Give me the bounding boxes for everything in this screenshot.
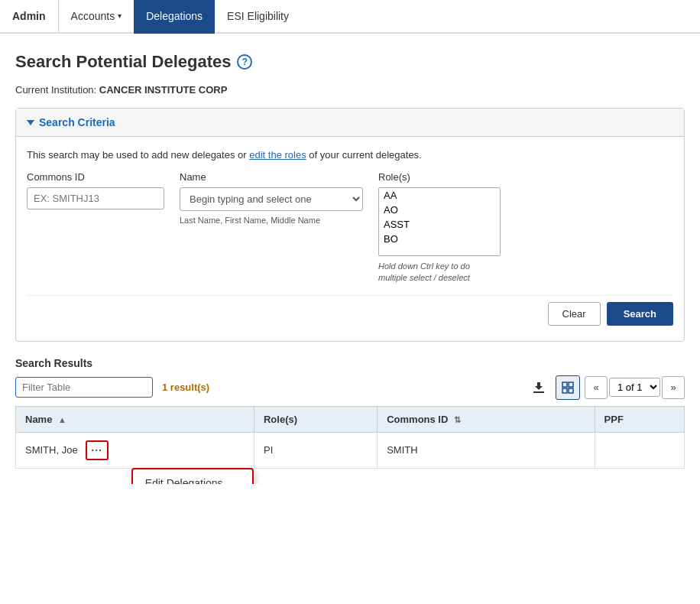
role-asst[interactable]: ASST — [379, 217, 500, 232]
roles-wrapper: AA AO ASST BO — [378, 187, 501, 256]
info-text-after: of your current delegates. — [309, 149, 421, 161]
search-criteria-panel: Search Criteria This search may be used … — [15, 108, 685, 342]
panel-header[interactable]: Search Criteria — [16, 109, 684, 137]
context-popup: Edit Delegations — [131, 468, 254, 484]
row-roles-text: PI — [264, 444, 273, 456]
nav-esi-eligibility-label: ESI Eligibility — [227, 10, 289, 22]
col-commons-id[interactable]: Commons ID ⇅ — [378, 406, 595, 432]
current-institution-label: Current Institution: — [15, 84, 96, 96]
edit-delegations-item[interactable]: Edit Delegations — [133, 469, 252, 484]
download-button[interactable] — [527, 375, 551, 400]
grid-view-button[interactable] — [556, 375, 580, 400]
nav-esi-eligibility[interactable]: ESI Eligibility — [215, 0, 301, 34]
roles-hint: Hold down Ctrl key to do multiple select… — [378, 261, 501, 284]
results-toolbar-right: « 1 of 1 » — [527, 375, 685, 400]
admin-text: Admin — [12, 10, 46, 22]
commons-id-label: Commons ID — [27, 171, 164, 183]
col-name[interactable]: Name ▲ — [16, 406, 254, 432]
chevron-down-icon: ▾ — [118, 11, 122, 20]
roles-label: Role(s) — [378, 171, 501, 183]
nav-accounts-label: Accounts — [71, 10, 115, 22]
search-fields: Commons ID Name Begin typing and select … — [27, 171, 673, 284]
nav-accounts[interactable]: Accounts ▾ — [59, 0, 134, 34]
results-header: Search Results — [15, 357, 685, 369]
svg-rect-3 — [562, 388, 567, 393]
svg-rect-4 — [569, 388, 573, 393]
collapse-icon — [27, 120, 34, 125]
header-row: Name ▲ Role(s) Commons ID ⇅ PPF — [16, 406, 685, 432]
commons-id-input[interactable] — [27, 187, 164, 209]
current-institution: Current Institution: CANCER INSTITUTE CO… — [15, 84, 685, 96]
name-label: Name — [180, 171, 363, 183]
edit-roles-link-text: edit the roles — [249, 149, 306, 161]
svg-rect-0 — [533, 391, 544, 393]
info-text-before: This search may be used to add new deleg… — [27, 149, 247, 161]
cell-commons-id: SMITH — [378, 432, 595, 468]
col-ppf: PPF — [595, 406, 684, 432]
row-commons-id-text: SMITH — [387, 444, 417, 456]
cell-ppf — [595, 432, 684, 468]
name-cell: SMITH, Joe ··· Edit Delegations — [25, 440, 245, 460]
commons-id-group: Commons ID — [27, 171, 164, 209]
next-last-button[interactable]: » — [662, 376, 685, 399]
panel-title: Search Criteria — [39, 116, 115, 128]
navbar: Admin Accounts ▾ Delegations ESI Eligibi… — [0, 0, 700, 34]
help-icon[interactable]: ? — [237, 54, 252, 70]
cell-roles: PI — [254, 432, 377, 468]
role-ao[interactable]: AO — [379, 203, 500, 217]
search-results-section: Search Results 1 result(s) — [15, 357, 685, 469]
role-aa[interactable]: AA — [379, 188, 500, 203]
results-toolbar: 1 result(s) — [15, 375, 685, 400]
table-body: SMITH, Joe ··· Edit Delegations PI — [16, 432, 685, 468]
main-content: Search Potential Delegates ? Current Ins… — [0, 34, 700, 484]
results-title: Search Results — [15, 357, 92, 369]
page-title: Search Potential Delegates — [15, 52, 231, 72]
col-ppf-label: PPF — [604, 414, 624, 425]
filter-table-input[interactable] — [15, 377, 153, 398]
role-bo[interactable]: BO — [379, 232, 500, 246]
name-group: Name Begin typing and select one Last Na… — [180, 171, 363, 225]
prev-first-button[interactable]: « — [585, 376, 608, 399]
pagination-control: « 1 of 1 » — [585, 376, 685, 399]
roles-listbox[interactable]: AA AO ASST BO — [378, 187, 501, 256]
cell-name: SMITH, Joe ··· Edit Delegations — [16, 432, 254, 468]
admin-label: Admin — [0, 0, 59, 32]
context-menu-button[interactable]: ··· — [86, 440, 109, 460]
table-row: SMITH, Joe ··· Edit Delegations PI — [16, 432, 685, 468]
search-actions: Clear Search — [27, 295, 673, 329]
svg-rect-1 — [562, 382, 567, 387]
clear-button[interactable]: Clear — [548, 302, 601, 326]
name-select[interactable]: Begin typing and select one — [180, 187, 363, 211]
table-header: Name ▲ Role(s) Commons ID ⇅ PPF — [16, 406, 685, 432]
search-info: This search may be used to add new deleg… — [27, 149, 673, 161]
col-roles: Role(s) — [254, 406, 377, 432]
name-hint: Last Name, First Name, Middle Name — [180, 216, 363, 225]
sort-icon: ⇅ — [454, 415, 461, 424]
nav-delegations-label: Delegations — [146, 10, 203, 22]
nav-delegations[interactable]: Delegations — [134, 0, 215, 34]
search-button[interactable]: Search — [607, 302, 673, 326]
edit-roles-link[interactable]: edit the roles — [249, 149, 306, 161]
page-title-row: Search Potential Delegates ? — [15, 52, 685, 72]
col-roles-label: Role(s) — [264, 414, 297, 425]
svg-rect-2 — [569, 382, 573, 387]
panel-body: This search may be used to add new deleg… — [16, 137, 684, 341]
page-select[interactable]: 1 of 1 — [609, 378, 660, 397]
col-name-label: Name — [25, 414, 52, 425]
current-institution-value: CANCER INSTITUTE CORP — [99, 84, 228, 96]
col-commons-id-label: Commons ID — [387, 414, 448, 425]
results-count: 1 result(s) — [162, 382, 209, 393]
row-name-text: SMITH, Joe — [25, 444, 78, 456]
roles-group: Role(s) AA AO ASST BO Hold down Ctrl key… — [378, 171, 501, 284]
sort-asc-icon: ▲ — [58, 415, 66, 424]
results-table: Name ▲ Role(s) Commons ID ⇅ PPF — [15, 406, 685, 469]
